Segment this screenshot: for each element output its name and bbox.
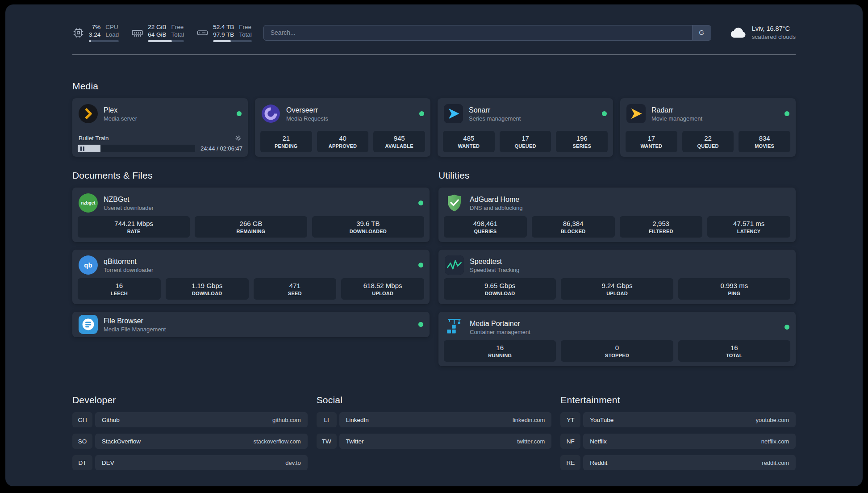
stat: 47.571 ms LATENCY	[707, 216, 790, 238]
bookmark-domain: github.com	[272, 417, 301, 423]
service-description: Movie management	[651, 115, 702, 122]
service-card-speedtest[interactable]: Speedtest Speedtest Tracking 9.65 Gbps D…	[438, 250, 796, 304]
cpu-load-label: Load	[105, 31, 119, 38]
bookmark-name: StackOverflow	[102, 438, 141, 445]
cloud-icon	[728, 23, 747, 42]
bookmark-name: Github	[102, 417, 120, 423]
search-bar: G	[263, 25, 711, 41]
stat: 0.993 ms PING	[678, 278, 790, 300]
bookmark-reddit[interactable]: RE Reddit reddit.com	[560, 455, 796, 470]
service-description: Usenet downloader	[104, 204, 154, 212]
service-name: Speedtest	[470, 257, 519, 266]
bookmark-name: Reddit	[590, 460, 607, 466]
service-card-adguard-home[interactable]: AdGuard Home DNS and adblocking 498,461 …	[438, 188, 796, 242]
service-name: Overseerr	[286, 105, 328, 115]
service-name: Sonarr	[469, 105, 521, 115]
service-description: Series management	[469, 115, 521, 122]
gear-icon[interactable]	[235, 135, 242, 142]
resources-widget: 7% 3.24 CPU Load	[72, 23, 252, 42]
service-name: NZBGet	[104, 195, 154, 204]
cpu-load-average: 3.24	[89, 31, 100, 38]
service-card-overseerr[interactable]: Overseerr Media Requests 21 PENDING 40 A…	[255, 98, 430, 157]
section-title-documents: Documents & Files	[72, 170, 430, 181]
nzbget-icon: nzbget	[79, 193, 98, 213]
stat: 16 TOTAL	[678, 340, 790, 362]
bookmark-linkedin[interactable]: LI LinkedIn linkedin.com	[317, 412, 552, 427]
service-description: Media server	[104, 115, 137, 122]
service-description: Media Requests	[286, 115, 328, 122]
service-name: Plex	[104, 105, 137, 115]
playback-time: 24:44 / 02:06:47	[200, 145, 242, 152]
bookmark-dev[interactable]: DT DEV dev.to	[72, 455, 308, 470]
bookmark-name: YouTube	[590, 417, 613, 423]
memory-widget: 22 GiB 64 GiB Free Total	[131, 23, 184, 42]
filebrowser-icon	[79, 315, 98, 334]
stat: 471 SEED	[254, 278, 337, 300]
section-title-entertainment: Entertainment	[560, 395, 796, 405]
bookmark-netflix[interactable]: NF Netflix netflix.com	[560, 434, 796, 449]
service-name: Media Portainer	[470, 319, 530, 328]
bookmark-abbr: NF	[560, 434, 580, 449]
bookmark-domain: linkedin.com	[513, 417, 545, 423]
stat: 744.21 Mbps RATE	[78, 216, 190, 238]
stat: 86,384 BLOCKED	[532, 216, 615, 238]
service-card-plex[interactable]: Plex Media server Bullet Train	[72, 98, 248, 157]
bookmark-github[interactable]: GH Github github.com	[72, 412, 308, 427]
qbittorrent-icon: qb	[79, 255, 98, 275]
speedtest-icon	[445, 255, 464, 275]
stat: 17 WANTED	[626, 131, 677, 152]
section-documents: Documents & Files nzbget NZBGet Usenet d…	[72, 170, 430, 337]
dashboard: 7% 3.24 CPU Load	[5, 4, 863, 486]
pause-icon	[80, 146, 84, 151]
stat: 22 QUEUED	[682, 131, 734, 152]
disk-widget: 52.4 TB 97.9 TB Free Total	[196, 23, 252, 42]
bookmark-domain: netflix.com	[761, 438, 789, 445]
stat: 266 GB REMAINING	[195, 216, 307, 238]
stat: 21 PENDING	[260, 131, 312, 152]
section-utilities: Utilities AdGuard Home DNS and adblockin…	[438, 170, 796, 366]
memory-free-label: Free	[171, 23, 184, 31]
plex-icon	[79, 104, 98, 123]
bookmark-abbr: SO	[72, 434, 92, 449]
status-dot	[785, 111, 789, 116]
stat: 9.24 Gbps UPLOAD	[561, 278, 673, 300]
cpu-label: CPU	[105, 23, 119, 31]
adguard-icon	[445, 193, 464, 213]
bookmark-domain: stackoverflow.com	[253, 438, 300, 445]
status-dot	[418, 201, 423, 205]
service-card-qbittorrent[interactable]: qb qBittorrent Torrent downloader 16 LEE…	[72, 250, 430, 304]
section-social: Social LI LinkedIn linkedin.com TW Twitt…	[317, 395, 552, 470]
section-title-media: Media	[72, 81, 796, 92]
disk-free-value: 52.4 TB	[213, 23, 234, 31]
stat: 17 QUEUED	[500, 131, 551, 152]
service-card-sonarr[interactable]: Sonarr Series management 485 WANTED 17 Q…	[438, 98, 613, 157]
service-card-nzbget[interactable]: nzbget NZBGet Usenet downloader 744.21 M…	[72, 188, 430, 242]
bookmark-twitter[interactable]: TW Twitter twitter.com	[317, 434, 552, 449]
stat: 1.19 Gbps DOWNLOAD	[166, 278, 249, 300]
section-title-social: Social	[317, 395, 552, 405]
bookmark-abbr: TW	[317, 434, 337, 449]
stat: 498,461 QUERIES	[444, 216, 527, 238]
playback-progress-bar	[78, 145, 195, 152]
bookmark-abbr: RE	[560, 455, 580, 470]
search-provider-button[interactable]: G	[692, 25, 711, 40]
service-card-media-portainer[interactable]: Media Portainer Container management 16 …	[438, 312, 796, 366]
service-card-filebrowser[interactable]: File Browser Media File Management	[72, 312, 430, 337]
radarr-icon	[626, 104, 646, 123]
bookmark-abbr: LI	[317, 412, 337, 427]
stat: 485 WANTED	[443, 131, 495, 152]
service-name: File Browser	[104, 316, 166, 326]
section-title-developer: Developer	[72, 395, 308, 405]
cpu-percent: 7%	[89, 23, 100, 31]
bookmark-abbr: GH	[72, 412, 92, 427]
service-description: DNS and adblocking	[470, 204, 523, 212]
search-input[interactable]	[264, 25, 692, 40]
cpu-progress-bar	[89, 40, 119, 42]
service-card-radarr[interactable]: Radarr Movie management 17 WANTED 22 QUE…	[620, 98, 796, 157]
bookmark-name: LinkedIn	[346, 417, 369, 423]
bookmark-youtube[interactable]: YT YouTube youtube.com	[560, 412, 796, 427]
status-dot	[785, 325, 789, 330]
disk-total-label: Total	[239, 31, 252, 38]
bookmark-stackoverflow[interactable]: SO StackOverflow stackoverflow.com	[72, 434, 308, 449]
stat: 0 STOPPED	[561, 340, 673, 362]
